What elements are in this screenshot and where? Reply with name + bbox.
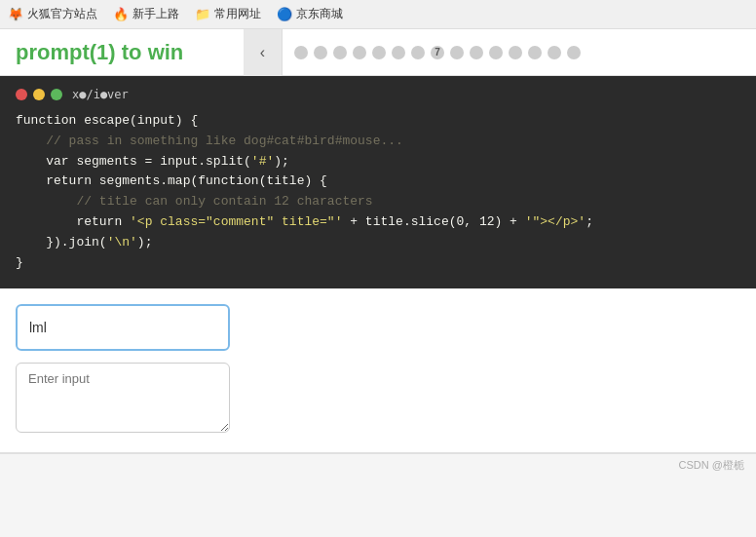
dot-14[interactable]	[548, 46, 561, 59]
huohu-icon: 🦊	[8, 7, 23, 21]
back-arrow-button[interactable]: ‹	[244, 29, 283, 76]
main-text-input[interactable]	[16, 304, 230, 351]
fire-icon: 🔥	[113, 7, 129, 21]
nav-bar: 🦊 火狐官方站点 🔥 新手上路 📁 常用网址 🔵 京东商城	[0, 0, 756, 29]
window-label: x●/i●ver	[72, 88, 129, 101]
code-container: x●/i●ver function escape(input) { // pas…	[0, 76, 756, 288]
input-section	[16, 304, 740, 351]
page-title: prompt(1) to win	[0, 40, 244, 65]
footer-label: CSDN @橙栀	[679, 458, 744, 473]
nav-label-huohu: 火狐官方站点	[27, 6, 97, 22]
main-content	[0, 288, 756, 453]
textarea-section	[16, 363, 740, 437]
dot-6[interactable]	[392, 46, 405, 59]
maximize-dot	[51, 89, 62, 100]
nav-item-huohu[interactable]: 🦊 火狐官方站点	[8, 6, 97, 22]
dot-7[interactable]	[411, 46, 425, 59]
dot-3[interactable]	[333, 46, 347, 59]
nav-label-changyongwangzhi: 常用网址	[214, 6, 261, 22]
nav-item-changyongwangzhi[interactable]: 📁 常用网址	[195, 6, 261, 22]
dot-12[interactable]	[509, 46, 522, 59]
dot-10[interactable]	[470, 46, 483, 59]
dot-4[interactable]	[353, 46, 366, 59]
minimize-dot	[33, 89, 45, 100]
dot-11[interactable]	[489, 46, 503, 59]
dot-9[interactable]	[450, 46, 464, 59]
nav-item-jingdong[interactable]: 🔵 京东商城	[277, 6, 343, 22]
jingdong-icon: 🔵	[277, 7, 292, 21]
close-dot	[16, 89, 27, 100]
nav-item-xinshoulushang[interactable]: 🔥 新手上路	[113, 6, 179, 22]
dot-1[interactable]	[294, 46, 308, 59]
code-block: function escape(input) { // pass in some…	[16, 111, 740, 273]
enter-input-textarea[interactable]	[16, 363, 230, 433]
dot-5[interactable]	[372, 46, 386, 59]
dot-2[interactable]	[314, 46, 327, 59]
footer: CSDN @橙栀	[0, 453, 756, 477]
nav-label-jingdong: 京东商城	[296, 6, 343, 22]
dots-navigation: 7	[283, 46, 756, 59]
dot-8-numbered[interactable]: 7	[431, 46, 444, 59]
folder-icon: 📁	[195, 7, 210, 21]
header-area: prompt(1) to win ‹ 7	[0, 29, 756, 76]
dot-15[interactable]	[567, 46, 581, 59]
dot-13[interactable]	[528, 46, 542, 59]
nav-label-xinshoulushang: 新手上路	[132, 6, 179, 22]
window-controls: x●/i●ver	[16, 88, 740, 101]
